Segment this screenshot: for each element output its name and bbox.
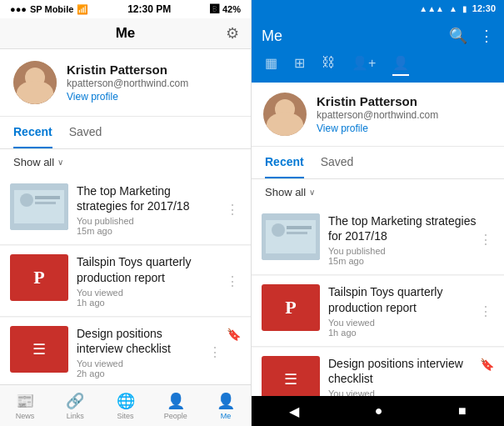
item-title: The top Marketing strategies for 2017/18 — [328, 213, 477, 243]
item-title: The top Marketing strategies for 2017/18 — [77, 183, 224, 213]
links-icon: 🔗 — [66, 392, 84, 410]
profile-info: Kristin Patterson kpatterson@northwind.c… — [317, 94, 438, 134]
tab-recent[interactable]: Recent — [13, 117, 52, 148]
item-thumbnail: P — [10, 254, 68, 301]
ios-status-bar: ●●● SP Mobile 📶 12:30 PM 🅱 42% — [0, 0, 251, 18]
more-options-icon[interactable]: ⋮ — [224, 202, 241, 218]
more-options-icon[interactable]: ⋮ — [224, 273, 241, 289]
ios-bluetooth-icon: 🅱 — [210, 4, 219, 14]
item-thumbnail — [262, 213, 320, 260]
news-icon: 📰 — [16, 392, 34, 410]
gear-icon[interactable]: ⚙ — [226, 24, 239, 43]
item-content: Tailspin Toys quarterly production repor… — [77, 254, 224, 307]
more-options-icon[interactable]: ⋮ — [477, 303, 494, 319]
list-item[interactable]: P Tailspin Toys quarterly production rep… — [252, 276, 504, 346]
nav-label-me: Me — [221, 412, 232, 420]
list-item[interactable]: ☰ Design positions interview checklist Y… — [0, 318, 251, 384]
nav-item-links[interactable]: 🔗 Links — [50, 385, 100, 426]
nav-label-news: News — [16, 412, 35, 420]
powerpoint-icon: P — [285, 297, 296, 318]
item-meta: You published — [328, 246, 477, 256]
link-icon[interactable]: ⛓ — [322, 55, 335, 76]
item-meta: You published — [77, 216, 224, 226]
android-back-button[interactable]: ◀ — [289, 403, 299, 419]
me-icon: 👤 — [217, 392, 235, 410]
android-signal-icon: ▲▲▲ — [419, 4, 444, 13]
person-add-icon[interactable]: 👤+ — [352, 55, 376, 76]
view-profile-link[interactable]: View profile — [67, 91, 188, 103]
more-options-icon[interactable]: ⋮ — [479, 27, 494, 45]
search-icon[interactable]: 🔍 — [449, 27, 467, 45]
ios-content-list: The top Marketing strategies for 2017/18… — [0, 175, 251, 384]
list-item[interactable]: ☰ Design positions interview checklist Y… — [252, 348, 504, 396]
profile-name: Kristin Patterson — [317, 94, 438, 108]
bookmark-icon[interactable]: 🔖 — [227, 328, 241, 341]
feed-icon[interactable]: ▦ — [265, 55, 277, 76]
tab-saved[interactable]: Saved — [321, 147, 354, 178]
show-all-text[interactable]: Show all — [265, 186, 306, 198]
item-thumbnail — [10, 183, 68, 230]
item-time: 1h ago — [77, 298, 224, 308]
item-thumbnail: ☰ — [10, 326, 68, 373]
bookmark-icon[interactable]: 🔖 — [480, 358, 494, 371]
android-show-all-row: Show all ∨ — [252, 179, 504, 205]
list-item[interactable]: The top Marketing strategies for 2017/18… — [0, 175, 251, 245]
avatar — [263, 93, 307, 136]
android-recents-button[interactable]: ■ — [458, 403, 467, 418]
android-page-title: Me — [262, 28, 449, 45]
item-content: The top Marketing strategies for 2017/18… — [328, 213, 477, 266]
more-options-icon[interactable]: ⋮ — [207, 344, 223, 360]
android-panel: ▲▲▲ ▲ ▮ 12:30 Me 🔍 ⋮ ▦ ⊞ ⛓ 👤+ 👤 Kristin … — [252, 0, 504, 426]
checklist-icon: ☰ — [32, 340, 46, 358]
ios-panel: ●●● SP Mobile 📶 12:30 PM 🅱 42% Me ⚙ Kris… — [0, 0, 252, 426]
item-title: Tailspin Toys quarterly production repor… — [328, 284, 477, 314]
nav-item-people[interactable]: 👤 People — [151, 385, 201, 426]
nav-item-news[interactable]: 📰 News — [0, 385, 50, 426]
item-meta: You viewed — [328, 318, 477, 328]
android-nav-bar: ◀ ● ■ — [252, 396, 504, 426]
grid-icon[interactable]: ⊞ — [294, 55, 305, 76]
ios-battery: 42% — [222, 4, 241, 14]
item-content: The top Marketing strategies for 2017/18… — [77, 183, 224, 236]
nav-label-sites: Sites — [117, 412, 134, 420]
view-profile-link[interactable]: View profile — [317, 123, 438, 134]
tab-saved[interactable]: Saved — [69, 117, 102, 148]
show-all-row: Show all ∨ — [0, 149, 251, 175]
ios-wifi-icon: 📶 — [77, 4, 88, 15]
item-time: 15m ago — [328, 256, 477, 266]
people-icon: 👤 — [167, 392, 185, 410]
item-content: Tailspin Toys quarterly production repor… — [328, 284, 477, 337]
chevron-down-icon[interactable]: ∨ — [57, 158, 63, 167]
nav-label-people: People — [164, 412, 187, 420]
tab-recent[interactable]: Recent — [265, 147, 304, 178]
profile-email: kpatterson@northwind.com — [317, 109, 438, 121]
more-options-icon[interactable]: ⋮ — [477, 232, 494, 248]
nav-item-me[interactable]: 👤 Me — [201, 385, 251, 426]
item-content: Design positions interview checklist You… — [328, 356, 477, 396]
chevron-down-icon[interactable]: ∨ — [309, 188, 315, 197]
android-profile-section: Kristin Patterson kpatterson@northwind.c… — [252, 83, 504, 147]
list-item[interactable]: P Tailspin Toys quarterly production rep… — [0, 246, 251, 316]
item-title: Design positions interview checklist — [77, 326, 207, 356]
profile-info: Kristin Patterson kpatterson@northwind.c… — [67, 63, 188, 103]
person-icon[interactable]: 👤 — [392, 55, 409, 76]
item-thumbnail: ☰ — [262, 356, 320, 396]
android-wifi-icon: ▲ — [449, 4, 457, 13]
nav-item-sites[interactable]: 🌐 Sites — [100, 385, 150, 426]
profile-name: Kristin Patterson — [67, 63, 188, 77]
ios-carrier: SP Mobile — [30, 4, 73, 14]
avatar — [13, 61, 57, 104]
show-all-text[interactable]: Show all — [13, 156, 54, 168]
item-meta: You viewed — [77, 358, 207, 368]
android-tabs-row: Recent Saved — [252, 147, 504, 179]
android-home-button[interactable]: ● — [375, 403, 383, 418]
item-meta: You viewed — [77, 288, 224, 298]
android-content-list: The top Marketing strategies for 2017/18… — [252, 205, 504, 396]
ios-header: Me ⚙ — [0, 18, 251, 49]
nav-label-links: Links — [67, 412, 84, 420]
ios-tabs-row: Recent Saved — [0, 117, 251, 149]
ios-status-right: 🅱 42% — [210, 4, 241, 14]
android-time: 12:30 — [472, 3, 496, 13]
list-item[interactable]: The top Marketing strategies for 2017/18… — [252, 205, 504, 275]
checklist-icon: ☰ — [284, 370, 297, 388]
